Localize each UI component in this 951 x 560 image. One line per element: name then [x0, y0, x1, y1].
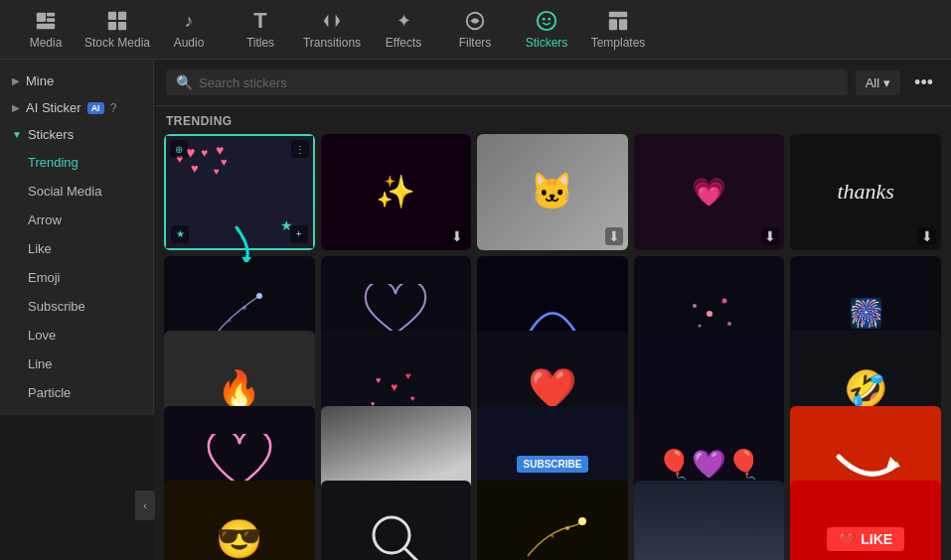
nav-item-stock-media[interactable]: Stock Media [81, 2, 153, 58]
download-icon-2[interactable]: ⬇ [448, 227, 466, 245]
search-icon: 🔍 [176, 74, 193, 90]
chevron-right-icon: ▶ [12, 75, 20, 86]
sunglasses-visual: 😎 [216, 517, 262, 560]
nav-label-audio: Audio [174, 36, 205, 50]
sticker-cell-sunglasses[interactable]: 😎 ⬇ [164, 481, 315, 560]
svg-point-18 [228, 320, 231, 323]
transitions-icon [320, 9, 344, 33]
nav-label-titles: Titles [246, 36, 274, 50]
sticker-cell-thanks[interactable]: thanks ⬇ [790, 134, 941, 250]
sidebar-item-subscribe-label: Subscribe [28, 299, 85, 314]
chevron-down-ai-icon: ▶ [12, 102, 20, 113]
fire-visual: 🔥 [217, 368, 261, 410]
main-area: ▶ Mine ▶ AI Sticker AI ? ▼ Stickers Tren… [0, 60, 951, 560]
svg-rect-5 [118, 12, 126, 20]
sidebar-item-line[interactable]: Line [0, 350, 153, 378]
cell-top-right-icons: ⋮ [291, 140, 309, 158]
svg-point-21 [693, 304, 697, 308]
more-options-button[interactable]: ••• [908, 70, 939, 95]
svg-point-20 [707, 311, 713, 317]
help-icon: ? [110, 101, 117, 115]
nav-item-titles[interactable]: T Titles [225, 2, 296, 58]
sticker-cell-hearts[interactable]: ♥ ♥ ♥ ♥ ♥ ♥ ♥ ★ ⊕ ⋮ [164, 134, 315, 250]
sidebar-group-stickers[interactable]: ▼ Stickers [0, 121, 153, 148]
sidebar-item-emoji[interactable]: Emoji [0, 263, 153, 292]
nav-label-filters: Filters [459, 36, 492, 50]
download-icon-4[interactable]: ⬇ [761, 227, 779, 245]
svg-point-22 [721, 299, 726, 304]
sticker-cell-sparkle-burst[interactable]: ✨ ⬇ [321, 134, 472, 250]
svg-rect-7 [118, 22, 126, 30]
sidebar-group-ai-sticker[interactable]: ▶ AI Sticker AI ? [0, 94, 153, 121]
svg-point-9 [538, 12, 555, 30]
cell-top-icons: ⊕ [170, 140, 188, 158]
sticker-cell-magnifier[interactable]: ⬇ [321, 481, 472, 560]
sidebar-item-social-media[interactable]: Social Media [0, 177, 153, 206]
download-icon-5[interactable]: ⬇ [918, 227, 936, 245]
sidebar-item-love[interactable]: Love [0, 321, 153, 350]
nav-label-stock-media: Stock Media [84, 36, 150, 50]
sticker-cell-clouds[interactable]: ⬇ [634, 481, 785, 560]
nav-label-transitions: Transitions [303, 36, 361, 50]
nav-item-effects[interactable]: ✦ Effects [368, 2, 439, 58]
sidebar-item-particle[interactable]: Particle [0, 378, 153, 407]
svg-line-32 [404, 548, 420, 560]
sidebar-item-social-media-label: Social Media [28, 184, 101, 199]
top-nav: Media Stock Media ♪ Audio T Titles Trans… [0, 0, 951, 60]
star-icon[interactable]: ★ [171, 225, 189, 243]
svg-text:♥: ♥ [391, 380, 397, 394]
sidebar-item-like[interactable]: Like [0, 234, 153, 263]
subscribe-visual: SUBSCRIBE [517, 456, 589, 473]
sidebar-item-emoji-label: Emoji [28, 270, 61, 285]
svg-point-10 [543, 18, 546, 21]
sidebar-item-arrow[interactable]: Arrow [0, 206, 153, 234]
balloon-hearts-visual: 🎈💜🎈 [657, 448, 761, 481]
svg-rect-1 [47, 13, 55, 17]
sidebar-group-mine-label: Mine [26, 73, 54, 88]
filter-button[interactable]: All ▾ [856, 70, 900, 95]
media-icon [34, 9, 58, 33]
sidebar-item-trending-label: Trending [28, 155, 79, 170]
nav-label-stickers: Stickers [526, 36, 568, 50]
search-input[interactable] [199, 75, 838, 90]
preview-icon[interactable]: ⊕ [170, 140, 188, 158]
content-area: 🔍 All ▾ ••• TRENDING ♥ ♥ ♥ ♥ ♥ ♥ [154, 60, 951, 560]
sticker-cell-cat[interactable]: 🐱 ⬇ [477, 134, 628, 250]
nav-item-media[interactable]: Media [10, 2, 81, 58]
cat-visual: 🐱 [530, 171, 574, 212]
search-input-wrap: 🔍 [166, 70, 848, 95]
svg-text:♥: ♥ [410, 394, 415, 403]
section-label: TRENDING [154, 106, 951, 134]
search-bar: 🔍 All ▾ ••• [154, 60, 951, 106]
nav-item-filters[interactable]: Filters [439, 2, 511, 58]
nav-item-audio[interactable]: ♪ Audio [153, 2, 225, 58]
fireworks-visual: 🎆 [849, 297, 883, 330]
options-icon[interactable]: ⋮ [291, 140, 309, 158]
svg-point-16 [256, 293, 262, 299]
sidebar-item-subscribe[interactable]: Subscribe [0, 292, 153, 321]
nav-label-media: Media [30, 36, 63, 50]
nav-item-stickers[interactable]: Stickers [511, 2, 582, 58]
sticker-cell-like-badge[interactable]: ❤️LIKE ⬇ [790, 481, 941, 560]
add-sticker-icon[interactable]: + [290, 225, 308, 243]
sidebar-group-ai-label: AI Sticker [26, 100, 81, 115]
nav-item-transitions[interactable]: Transitions [296, 2, 368, 58]
collapse-sidebar-button[interactable]: ‹ [135, 490, 155, 520]
filter-label: All [866, 75, 879, 90]
stock-media-icon [105, 9, 129, 33]
sparkle-burst-visual: ✨ [376, 173, 415, 210]
stickers-icon [535, 9, 558, 33]
download-icon-3[interactable]: ⬇ [605, 227, 623, 245]
sidebar-item-trending[interactable]: Trending [0, 148, 153, 177]
big-heart-visual: ❤️ [528, 365, 577, 412]
pink-glitter-visual: 💗 [692, 176, 726, 209]
sticker-cell-sparkle-trail[interactable]: ⬇ [477, 481, 628, 560]
sticker-cell-pink-glitter[interactable]: 💗 ⬇ [634, 134, 785, 250]
svg-rect-0 [37, 13, 46, 22]
svg-point-34 [565, 526, 569, 530]
svg-rect-6 [108, 22, 116, 30]
sidebar-group-mine[interactable]: ▶ Mine [0, 68, 153, 94]
nav-item-templates[interactable]: Templates [582, 2, 654, 58]
ai-badge: AI [87, 102, 104, 114]
templates-icon [606, 9, 630, 33]
